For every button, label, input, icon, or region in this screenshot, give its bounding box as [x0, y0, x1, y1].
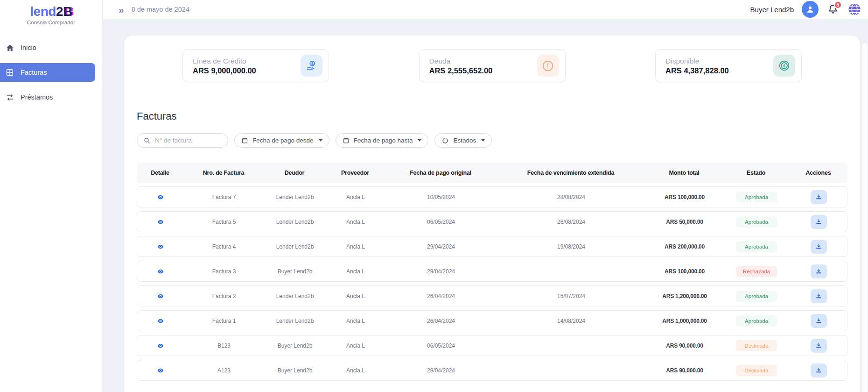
- column-header: Fecha de pago original: [385, 170, 496, 176]
- sidebar-item-label: Inicio: [21, 44, 36, 51]
- status-cell: Aprobada: [723, 315, 790, 327]
- view-detail-button[interactable]: [155, 291, 166, 302]
- debtor: Lender Lend2b: [264, 293, 326, 299]
- view-detail-button[interactable]: [155, 241, 166, 252]
- view-detail-button[interactable]: [155, 315, 166, 327]
- download-icon: [815, 193, 822, 200]
- status-badge: Aprobada: [736, 192, 777, 203]
- view-detail-button[interactable]: [155, 216, 166, 228]
- actions-cell: [790, 215, 848, 229]
- debt-card: Deuda ARS 2,555,652.00: [419, 49, 566, 82]
- status-badge: Aprobada: [736, 315, 777, 327]
- eye-icon: [157, 342, 164, 349]
- card-text: Deuda ARS 2,555,652.00: [429, 57, 493, 75]
- home-icon: [5, 43, 14, 52]
- date-to-filter[interactable]: Fecha de pago hasta: [336, 133, 429, 148]
- main-column: » 8 de mayo de 2024 Buyer Lend2b 5: [103, 0, 868, 392]
- sidebar-item-facturas[interactable]: Facturas: [0, 63, 95, 82]
- app-root: lend2B Consola Comprador Inicio Facturas: [0, 0, 868, 392]
- payment-date: 29/04/2024: [385, 367, 497, 374]
- search-icon: [143, 137, 151, 144]
- view-detail-button[interactable]: [155, 192, 166, 203]
- sidebar-item-label: Facturas: [21, 69, 47, 76]
- invoice-number: Factura 2: [184, 293, 264, 299]
- download-button[interactable]: [811, 240, 827, 254]
- actions-cell: [790, 363, 848, 378]
- status-badge: Aprobada: [736, 216, 777, 228]
- hand-coin-icon: $: [301, 55, 322, 77]
- provider: Ancla L: [326, 293, 385, 299]
- payment-date: 06/05/2024: [385, 342, 497, 349]
- filter-label: Estados: [453, 137, 476, 144]
- column-header: Fecha de vencimiento extendida: [496, 170, 645, 176]
- download-button[interactable]: [811, 215, 827, 229]
- logo-b: B: [63, 4, 72, 19]
- globe-icon: [847, 2, 861, 16]
- download-button[interactable]: [811, 314, 827, 328]
- download-button[interactable]: [811, 339, 827, 353]
- total-amount: ARS 1,200,000.00: [646, 293, 723, 299]
- actions-cell: [790, 264, 848, 278]
- eye-icon: [157, 218, 164, 226]
- extended-due-date: 19/08/2024: [497, 243, 646, 250]
- search-input[interactable]: [155, 137, 222, 144]
- status-cell: Declinada: [723, 340, 790, 351]
- download-button[interactable]: [811, 289, 827, 303]
- language-globe-button[interactable]: [847, 2, 861, 16]
- total-amount: ARS 100,000.00: [646, 268, 723, 275]
- brand-logo: lend2B Consola Comprador: [0, 0, 102, 25]
- invoice-number: Factura 7: [184, 194, 264, 200]
- invoice-table: Detalle Nro. de Factura Deudor Proveedor…: [137, 163, 847, 381]
- card-value: ARS 4,387,828.00: [665, 66, 729, 75]
- table-header: Detalle Nro. de Factura Deudor Proveedor…: [137, 163, 847, 183]
- provider: Ancla L: [326, 342, 385, 349]
- brand-subtitle: Consola Comprador: [0, 20, 102, 25]
- sidebar-item-inicio[interactable]: Inicio: [0, 38, 95, 57]
- provider: Ancla L: [326, 318, 385, 324]
- filters-bar: Fecha de pago desde Fecha de pago hasta: [137, 133, 847, 148]
- grid-icon: [5, 68, 14, 77]
- table-row: A123 Buyer Lend2b Ancla L 29/04/2024 ARS…: [137, 360, 847, 381]
- download-icon: [815, 342, 822, 349]
- download-button[interactable]: [811, 190, 827, 204]
- status-circle-icon: [441, 137, 449, 144]
- notifications-button[interactable]: 5: [826, 3, 840, 16]
- provider: Ancla L: [326, 268, 385, 275]
- sidebar-collapse-icon[interactable]: »: [119, 5, 124, 14]
- download-icon: [815, 367, 822, 374]
- provider: Ancla L: [326, 367, 385, 374]
- status-badge: Declinada: [736, 365, 777, 376]
- date-from-filter[interactable]: Fecha de pago desde: [234, 133, 329, 148]
- eye-icon: [157, 268, 164, 275]
- table-row: Factura 1 Lender Lend2b Ancla L 26/04/20…: [137, 310, 847, 331]
- download-icon: [815, 243, 822, 250]
- actions-cell: [790, 289, 848, 303]
- view-detail-button[interactable]: [155, 340, 166, 351]
- view-detail-button[interactable]: [155, 266, 166, 277]
- scrollbar-thumb[interactable]: [862, 43, 868, 392]
- download-button[interactable]: [811, 264, 827, 278]
- sidebar: lend2B Consola Comprador Inicio Facturas: [0, 0, 103, 392]
- sidebar-item-prestamos[interactable]: Préstamos: [0, 88, 95, 107]
- view-detail-button[interactable]: [155, 365, 166, 376]
- column-header: Nro. de Factura: [183, 170, 264, 176]
- column-header: Detalle: [137, 170, 183, 176]
- states-filter[interactable]: Estados: [434, 133, 492, 148]
- chevron-down-icon: [418, 139, 421, 142]
- status-badge: Aprobada: [736, 291, 777, 302]
- user-name: Buyer Lend2b: [750, 6, 794, 14]
- user-avatar[interactable]: [802, 1, 819, 18]
- card-label: Deuda: [429, 57, 493, 65]
- download-button[interactable]: [811, 363, 827, 378]
- card-text: Línea de Crédito ARS 9,000,000.00: [193, 57, 256, 75]
- eye-icon: [157, 317, 164, 325]
- svg-text:$: $: [783, 64, 785, 68]
- actions-cell: [790, 240, 848, 254]
- status-cell: Aprobada: [723, 216, 790, 228]
- total-amount: ARS 90,000.00: [646, 367, 723, 374]
- column-header: Monto total: [645, 170, 723, 176]
- invoice-number: Factura 3: [184, 268, 264, 275]
- payment-date: 06/05/2024: [385, 219, 497, 225]
- chevron-down-icon: [481, 139, 485, 142]
- main-panel: Línea de Crédito ARS 9,000,000.00 $ Deud…: [124, 36, 860, 392]
